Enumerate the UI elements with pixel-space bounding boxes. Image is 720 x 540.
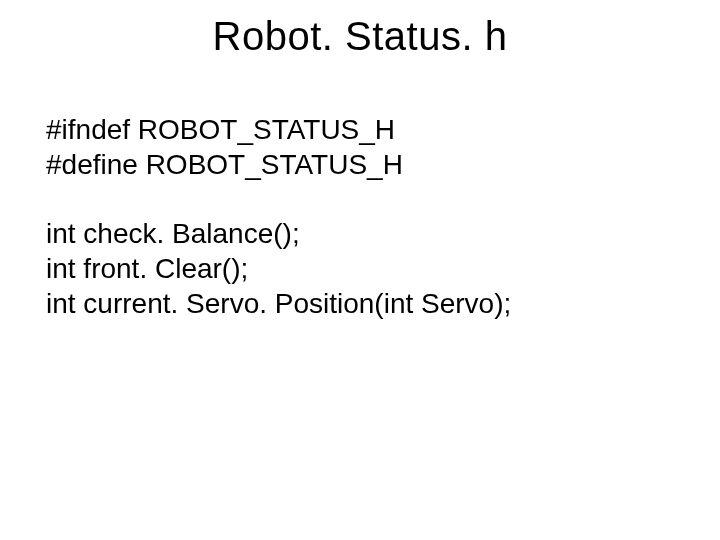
slide-body: #ifndef ROBOT_STATUS_H #define ROBOT_STA… [46,112,666,321]
code-line: int current. Servo. Position(int Servo); [46,286,666,321]
code-line: int check. Balance(); [46,216,666,251]
code-line: int front. Clear(); [46,251,666,286]
slide: Robot. Status. h #ifndef ROBOT_STATUS_H … [0,0,720,540]
code-line: #ifndef ROBOT_STATUS_H [46,112,666,147]
blank-line [46,182,666,216]
slide-title: Robot. Status. h [0,14,720,59]
code-line: #define ROBOT_STATUS_H [46,147,666,182]
